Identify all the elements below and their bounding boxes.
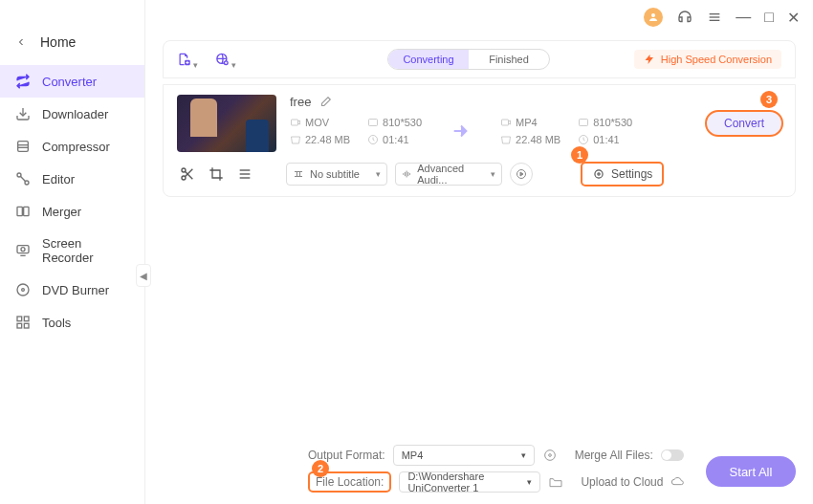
svg-rect-18 [17, 317, 22, 321]
main-area: ▾ ▾ Converting Finished High Speed Conve… [145, 0, 813, 504]
sidebar-item-converter[interactable]: Converter [0, 65, 144, 98]
svg-rect-19 [24, 317, 29, 321]
arrow-right-icon [450, 121, 472, 142]
video-thumbnail[interactable] [177, 95, 276, 152]
status-tabs: Converting Finished [387, 49, 550, 70]
svg-rect-21 [24, 323, 29, 328]
start-all-button[interactable]: Start All [706, 456, 796, 487]
svg-rect-12 [24, 207, 29, 215]
cloud-icon[interactable] [670, 474, 686, 490]
effect-icon[interactable] [234, 164, 255, 185]
output-format-select[interactable]: MP4▾ [393, 445, 535, 466]
audio-dropdown[interactable]: Advanced Audi...▾ [395, 163, 502, 186]
svg-rect-28 [502, 120, 509, 125]
sidebar-item-merger[interactable]: Merger [0, 195, 144, 228]
settings-button[interactable]: Settings 1 [581, 162, 664, 186]
callout-3: 3 [760, 91, 778, 108]
high-speed-badge[interactable]: High Speed Conversion [634, 50, 781, 69]
file-location-select[interactable]: D:\Wondershare UniConverter 1▾ [399, 471, 540, 493]
sidebar-item-editor[interactable]: Editor [0, 163, 144, 195]
svg-rect-29 [580, 120, 588, 126]
svg-rect-5 [18, 142, 29, 152]
svg-point-14 [21, 248, 25, 252]
svg-point-17 [22, 289, 25, 292]
target-spec: MP4 810*530 22.48 MB 01:41 [500, 117, 632, 145]
crop-icon[interactable] [206, 164, 227, 185]
sidebar-item-compressor[interactable]: Compressor [0, 130, 144, 163]
svg-rect-25 [292, 120, 298, 125]
svg-point-50 [548, 454, 551, 457]
home-link[interactable]: Home [0, 29, 144, 65]
upload-cloud-label: Upload to Cloud [581, 475, 663, 489]
preview-icon[interactable] [510, 163, 533, 186]
svg-point-49 [544, 450, 555, 461]
merge-label: Merge All Files: [575, 449, 653, 462]
sidebar: Home Converter Downloader Compressor Edi… [0, 0, 145, 504]
svg-rect-13 [17, 246, 29, 253]
svg-rect-26 [369, 120, 378, 126]
convert-button[interactable]: Convert [705, 110, 783, 137]
merge-toggle[interactable] [661, 449, 684, 461]
svg-line-10 [20, 176, 25, 181]
sidebar-item-dvd-burner[interactable]: DVD Burner [0, 274, 144, 306]
svg-point-16 [17, 284, 29, 296]
trim-icon[interactable] [177, 164, 198, 185]
svg-marker-46 [520, 172, 523, 176]
svg-rect-11 [17, 207, 22, 215]
toolbar: ▾ ▾ Converting Finished High Speed Conve… [163, 40, 796, 78]
source-spec: MOV 810*530 22.48 MB 01:41 [290, 117, 422, 145]
sidebar-item-tools[interactable]: Tools [0, 306, 144, 339]
tab-converting[interactable]: Converting [388, 50, 469, 69]
add-file-button[interactable]: ▾ [177, 49, 198, 70]
tab-finished[interactable]: Finished [469, 50, 549, 69]
svg-point-48 [598, 173, 600, 175]
open-folder-icon[interactable] [548, 474, 563, 490]
sidebar-item-screen-recorder[interactable]: Screen Recorder [0, 228, 144, 274]
file-card: free MOV 810*530 22.48 MB 01:41 MP4 810*… [163, 84, 796, 197]
callout-1: 1 [571, 146, 588, 164]
rename-icon[interactable] [319, 96, 332, 109]
output-settings-icon[interactable] [542, 448, 558, 463]
add-url-button[interactable]: ▾ [215, 49, 236, 70]
file-location-label: File Location: 2 [308, 471, 391, 493]
svg-point-47 [595, 170, 603, 178]
home-label: Home [40, 34, 76, 50]
subtitle-dropdown[interactable]: No subtitle▾ [286, 163, 387, 186]
svg-rect-20 [17, 323, 22, 328]
sidebar-item-downloader[interactable]: Downloader [0, 98, 144, 130]
file-name: free [290, 95, 311, 109]
callout-2: 2 [312, 460, 329, 477]
